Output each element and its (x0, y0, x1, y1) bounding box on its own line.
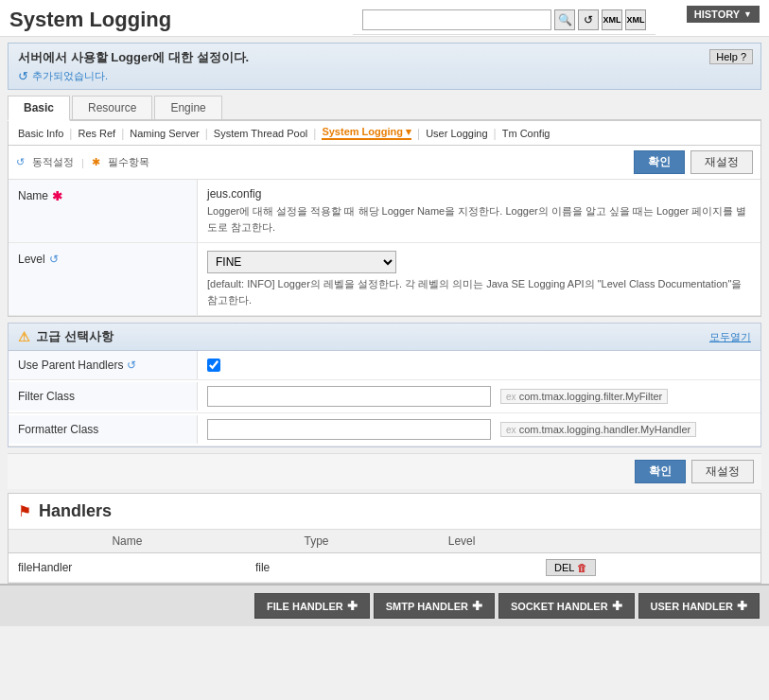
filter-label: Filter Class (9, 382, 198, 411)
subnav-system-logging[interactable]: System Logging ▾ (322, 126, 411, 140)
toolbar-sep: | (81, 157, 84, 168)
subnav-system-thread-pool[interactable]: System Thread Pool (214, 128, 307, 139)
use-parent-label: Use Parent Handlers ↺ (9, 351, 198, 379)
tab-basic[interactable]: Basic (8, 96, 70, 121)
advanced-section: ⚠ 고급 선택사항 모두열기 Use Parent Handlers ↺ Fil… (8, 323, 761, 447)
info-banner: Help ? 서버에서 사용할 Logger에 대한 설정이다. ↺ 추가되었습… (8, 43, 761, 90)
advanced-header: ⚠ 고급 선택사항 모두열기 (9, 324, 760, 351)
export-icon-btn[interactable]: XML (625, 9, 646, 30)
toolbar-right: 확인 재설정 (634, 150, 753, 174)
advanced-title: ⚠ 고급 선택사항 (18, 328, 114, 345)
info-sub-text: ↺ 추가되었습니다. (18, 69, 751, 83)
level-label: Level ↺ (9, 243, 198, 315)
history-label: HISTORY (694, 9, 740, 20)
del-icon: 🗑 (577, 562, 587, 573)
subnav-basic-info[interactable]: Basic Info (18, 128, 63, 139)
footer-buttons: FILE HANDLER ✚ SMTP HANDLER ✚ SOCKET HAN… (0, 584, 769, 626)
search-input[interactable] (362, 9, 551, 30)
subnav-tm-config[interactable]: Tm Config (502, 128, 551, 139)
handler-name-cell: fileHandler (9, 553, 246, 583)
info-main-text: 서버에서 사용할 Logger에 대한 설정이다. (18, 49, 751, 66)
tab-engine[interactable]: Engine (154, 96, 221, 119)
required-label: 필수항목 (108, 155, 149, 169)
name-required-star: ✱ (52, 189, 62, 203)
file-handler-plus-icon: ✚ (347, 599, 358, 613)
info-sub-label: 추가되었습니다. (32, 69, 108, 83)
parent-sync-icon[interactable]: ↺ (127, 359, 136, 372)
refresh-icon-btn[interactable]: ↺ (578, 9, 599, 30)
dynamic-label: 동적설정 (32, 155, 74, 169)
level-label-text: Level (18, 253, 45, 266)
form-row-name: Name ✱ jeus.config Logger에 대해 설정을 적용할 때 … (9, 180, 760, 243)
handler-level-cell (387, 553, 536, 583)
form-section: Name ✱ jeus.config Logger에 대해 설정을 적용할 때 … (9, 180, 760, 316)
use-parent-checkbox[interactable] (207, 359, 220, 372)
socket-handler-label: SOCKET HANDLER (511, 601, 608, 612)
header: HISTORY ▼ 🔍 ↺ XML XML System Logging (0, 0, 769, 37)
level-select[interactable]: FINE INFO WARNING SEVERE ALL OFF (207, 251, 396, 273)
col-type: Type (246, 530, 387, 553)
del-label: DEL (554, 562, 574, 573)
file-handler-btn[interactable]: FILE HANDLER ✚ (254, 593, 370, 619)
file-handler-label: FILE HANDLER (267, 601, 343, 612)
bottom-confirm-button[interactable]: 확인 (635, 460, 686, 483)
formatter-example: ex com.tmax.logging.handler.MyHandler (500, 422, 696, 437)
delete-handler-button[interactable]: DEL 🗑 (546, 559, 596, 576)
filter-example: ex com.tmax.logging.filter.MyFilter (500, 389, 668, 404)
name-label: Name ✱ (9, 180, 198, 242)
use-parent-value (198, 353, 760, 377)
formatter-label: Formatter Class (9, 415, 198, 444)
warning-icon: ⚠ (18, 329, 30, 344)
formatter-label-text: Formatter Class (18, 423, 98, 436)
advanced-title-text: 고급 선택사항 (36, 328, 114, 345)
use-parent-label-text: Use Parent Handlers (18, 359, 123, 372)
subnav-user-logging[interactable]: User Logging (426, 128, 487, 139)
subnav-naming-server[interactable]: Naming Server (130, 128, 199, 139)
user-handler-btn[interactable]: USER HANDLER ✚ (638, 593, 760, 619)
sep5: | (417, 127, 420, 140)
toolbar-row: ↺ 동적설정 | ✱ 필수항목 확인 재설정 (9, 146, 760, 180)
filter-value: ex com.tmax.logging.filter.MyFilter (198, 380, 760, 412)
smtp-handler-plus-icon: ✚ (472, 599, 482, 613)
form-row-level: Level ↺ FINE INFO WARNING SEVERE ALL OFF… (9, 243, 760, 316)
level-sync-icon[interactable]: ↺ (49, 253, 59, 266)
reset-button[interactable]: 재설정 (690, 150, 753, 174)
confirm-button[interactable]: 확인 (634, 150, 685, 174)
handlers-table: Name Type Level fileHandler file DEL 🗑 (9, 530, 760, 583)
socket-handler-btn[interactable]: SOCKET HANDLER ✚ (498, 593, 635, 619)
bottom-toolbar: 확인 재설정 (8, 453, 761, 489)
name-value: jeus.config (207, 187, 751, 201)
col-level: Level (387, 530, 536, 553)
filter-label-text: Filter Class (18, 390, 75, 403)
filter-class-input[interactable] (207, 386, 491, 407)
tab-resource[interactable]: Resource (72, 96, 152, 119)
handlers-title-icon: ⚑ (18, 502, 31, 520)
sep2: | (121, 127, 124, 140)
level-value-cell: FINE INFO WARNING SEVERE ALL OFF [defaul… (198, 243, 760, 315)
formatter-class-input[interactable] (207, 419, 491, 440)
sep4: | (313, 127, 316, 140)
name-label-text: Name (18, 189, 48, 202)
search-icon-btn[interactable]: 🔍 (554, 9, 575, 30)
name-desc: Logger에 대해 설정을 적용할 때 해당 Logger Name을 지정한… (207, 203, 751, 235)
smtp-handler-btn[interactable]: SMTP HANDLER ✚ (374, 593, 495, 619)
subnav-res-ref[interactable]: Res Ref (78, 128, 115, 139)
xml-icon-btn[interactable]: XML (602, 9, 622, 30)
table-row: fileHandler file DEL 🗑 (9, 553, 760, 583)
adv-row-formatter: Formatter Class ex com.tmax.logging.hand… (9, 413, 760, 446)
required-icon: ✱ (92, 156, 100, 168)
advanced-toggle[interactable]: 모두열기 (709, 330, 751, 344)
adv-row-parent: Use Parent Handlers ↺ (9, 351, 760, 380)
user-handler-plus-icon: ✚ (737, 599, 747, 613)
sep1: | (69, 127, 72, 140)
level-select-row: FINE INFO WARNING SEVERE ALL OFF (207, 251, 751, 273)
level-desc: [default: INFO] Logger의 레벨을 설정한다. 각 레벨의 … (207, 276, 751, 307)
sep3: | (205, 127, 208, 140)
tab-row: Basic Resource Engine (8, 96, 761, 121)
toolbar-left: ↺ 동적설정 | ✱ 필수항목 (16, 155, 149, 169)
col-name: Name (9, 530, 246, 553)
formatter-value: ex com.tmax.logging.handler.MyHandler (198, 413, 760, 446)
bottom-reset-button[interactable]: 재설정 (691, 460, 754, 483)
history-button[interactable]: HISTORY ▼ (687, 6, 760, 23)
help-button[interactable]: Help ? (709, 49, 753, 64)
